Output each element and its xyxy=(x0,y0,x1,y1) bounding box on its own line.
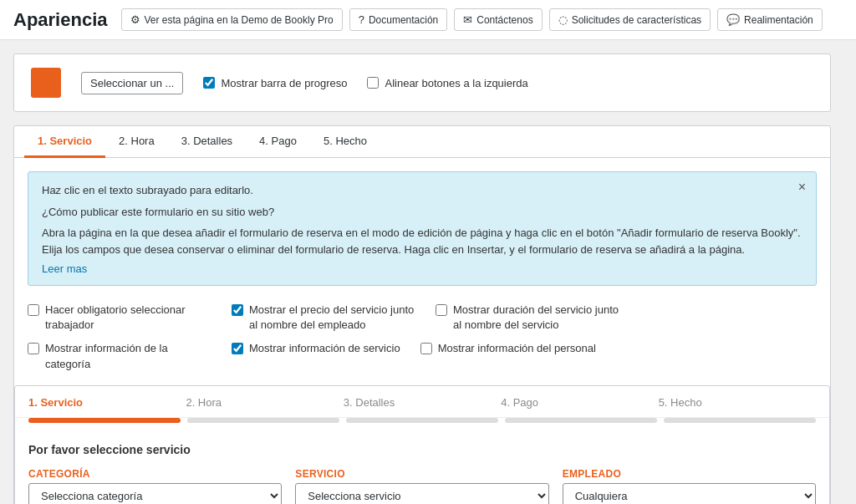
tab-servicio[interactable]: 1. Servicio xyxy=(24,126,105,158)
top-bar: Apariencia ⚙ Ver esta página en la Demo … xyxy=(0,0,856,40)
empleado-group: Empleado Cualquiera xyxy=(563,468,816,504)
preview-step-5: 5. Hecho xyxy=(659,396,816,417)
servicio-group: Servicio Selecciona servicio xyxy=(295,468,548,504)
info-read-more-link[interactable]: Leer mas xyxy=(42,262,87,275)
preview-body: Por favor seleccione servicio Categoría … xyxy=(15,433,829,504)
tab-hecho[interactable]: 5. Hecho xyxy=(310,126,380,158)
progress-bar-1 xyxy=(28,418,181,423)
progress-bar-2 xyxy=(187,418,339,423)
empleado-select[interactable]: Cualquiera xyxy=(563,483,816,504)
option-2-group[interactable]: Mostrar el precio del servicio junto al … xyxy=(232,303,415,333)
tabs-container: 1. Servicio 2. Hora 3. Detalles 4. Pago … xyxy=(13,125,831,504)
progress-bar-5 xyxy=(664,418,816,423)
progress-bars xyxy=(15,418,829,433)
tabs-nav: 1. Servicio 2. Hora 3. Detalles 4. Pago … xyxy=(14,126,830,158)
demo-button[interactable]: ⚙ Ver esta página en la Demo de Bookly P… xyxy=(121,8,343,31)
demo-icon: ⚙ xyxy=(130,13,140,26)
color-select-button[interactable]: Seleccionar un ... xyxy=(81,72,183,94)
features-icon: ◌ xyxy=(558,13,568,26)
preview-step-2: 2. Hora xyxy=(186,396,343,417)
preview-step-4: 4. Pago xyxy=(501,396,658,417)
servicio-label: Servicio xyxy=(295,468,548,480)
progress-bar-checkbox[interactable] xyxy=(203,77,215,89)
preview-body-title: Por favor seleccione servicio xyxy=(28,443,816,456)
close-info-button[interactable]: × xyxy=(798,181,806,194)
option-6-checkbox[interactable] xyxy=(420,343,432,354)
preview-steps: 1. Servicio 2. Hora 3. Detalles 4. Pago … xyxy=(15,386,829,418)
contact-button[interactable]: ✉ Contáctenos xyxy=(454,8,542,31)
info-description: Abra la página en la que desea añadir el… xyxy=(42,225,802,257)
option-4-group[interactable]: Mostrar información de la categoría xyxy=(28,341,211,371)
tab-pago[interactable]: 4. Pago xyxy=(246,126,310,158)
tab-detalles[interactable]: 3. Detalles xyxy=(168,126,246,158)
feedback-button[interactable]: 💬 Realimentación xyxy=(717,8,823,31)
feedback-icon: 💬 xyxy=(726,13,740,26)
form-row: Categoría Selecciona categoría Servicio … xyxy=(28,468,816,504)
info-box: × Haz clic en el texto subrayado para ed… xyxy=(28,171,817,286)
page-title: Apariencia xyxy=(13,9,108,31)
categoria-select[interactable]: Selecciona categoría xyxy=(28,483,282,504)
docs-button[interactable]: ? Documentación xyxy=(349,8,448,31)
option-5-group[interactable]: Mostrar información de servicio xyxy=(232,341,400,371)
info-instruction: Haz clic en el texto subrayado para edit… xyxy=(42,182,802,199)
align-buttons-checkbox-group[interactable]: Alinear botones a la izquierda xyxy=(367,77,527,89)
option-3-group[interactable]: Mostrar duración del servicio junto al n… xyxy=(436,303,619,333)
preview-step-3: 3. Detalles xyxy=(344,396,501,417)
progress-bar-checkbox-group[interactable]: Mostrar barra de progreso xyxy=(203,77,347,89)
option-1-group[interactable]: Hacer obligatorio seleccionar trabajador xyxy=(28,303,211,333)
color-picker-button[interactable] xyxy=(31,68,61,98)
tab-hora[interactable]: 2. Hora xyxy=(105,126,168,158)
contact-icon: ✉ xyxy=(463,13,472,26)
features-button[interactable]: ◌ Solicitudes de características xyxy=(549,8,711,31)
progress-bar-4 xyxy=(505,418,657,423)
settings-panel: Seleccionar un ... Mostrar barra de prog… xyxy=(13,53,831,112)
option-3-checkbox[interactable] xyxy=(436,304,447,316)
option-5-checkbox[interactable] xyxy=(232,343,243,354)
settings-row: Seleccionar un ... Mostrar barra de prog… xyxy=(31,68,813,98)
servicio-select[interactable]: Selecciona servicio xyxy=(295,483,548,504)
options-section: Hacer obligatorio seleccionar trabajador… xyxy=(14,299,830,385)
docs-icon: ? xyxy=(359,13,364,26)
empleado-label: Empleado xyxy=(563,468,816,480)
preview-step-1: 1. Servicio xyxy=(28,396,186,417)
option-6-group[interactable]: Mostrar información del personal xyxy=(420,341,596,371)
align-buttons-checkbox[interactable] xyxy=(367,77,379,89)
info-question: ¿Cómo publicar este formulario en su sit… xyxy=(42,204,802,221)
content-area: Seleccionar un ... Mostrar barra de prog… xyxy=(0,40,844,504)
categoria-label: Categoría xyxy=(28,468,282,480)
option-4-checkbox[interactable] xyxy=(28,343,39,354)
preview-panel: 1. Servicio 2. Hora 3. Detalles 4. Pago … xyxy=(14,385,830,504)
categoria-group: Categoría Selecciona categoría xyxy=(28,468,282,504)
option-2-checkbox[interactable] xyxy=(232,304,243,316)
option-1-checkbox[interactable] xyxy=(28,304,39,316)
progress-bar-3 xyxy=(346,418,498,423)
